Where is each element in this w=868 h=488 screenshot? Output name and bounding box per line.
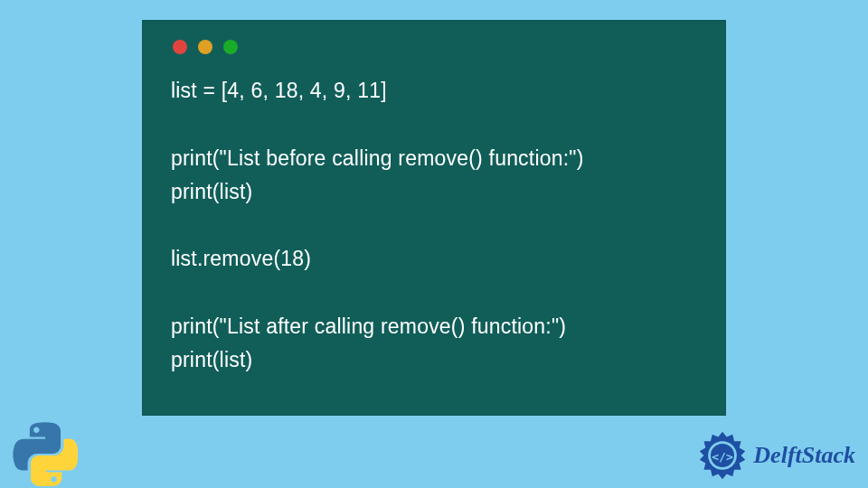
delftstack-logo: </> DelftStack xyxy=(697,430,855,481)
python-logo-icon xyxy=(13,421,78,486)
delftstack-name: DelftStack xyxy=(753,442,855,469)
maximize-icon xyxy=(223,40,238,54)
delftstack-badge-icon: </> xyxy=(697,430,748,481)
close-icon xyxy=(173,40,187,54)
svg-text:</>: </> xyxy=(712,450,734,464)
minimize-icon xyxy=(198,40,212,54)
code-window: list = [4, 6, 18, 4, 9, 11] print("List … xyxy=(142,20,726,416)
code-block: list = [4, 6, 18, 4, 9, 11] print("List … xyxy=(171,74,697,377)
window-traffic-lights xyxy=(173,40,697,54)
